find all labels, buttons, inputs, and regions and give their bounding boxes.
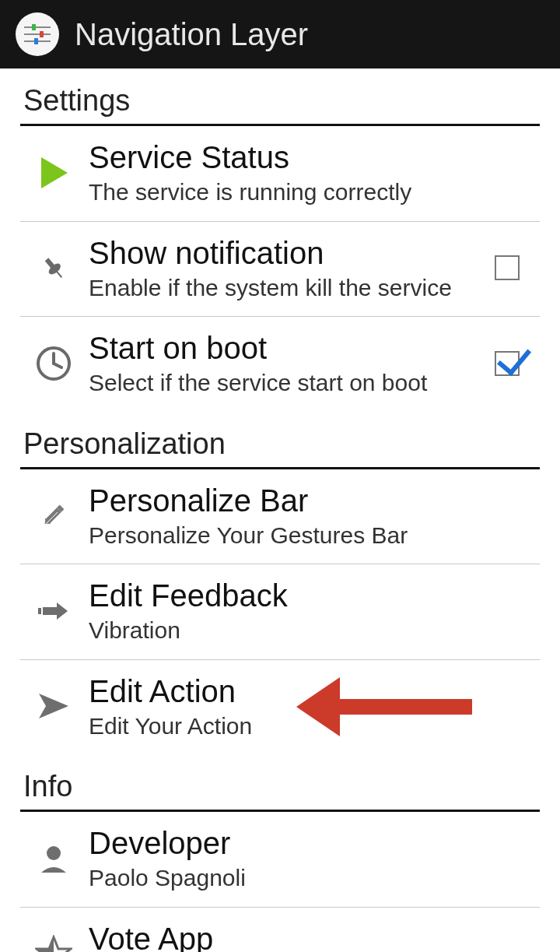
svg-point-21 [47,846,61,860]
item-title: Start on boot [89,329,495,367]
section-header-personalization: Personalization [20,412,540,469]
info-list: Developer Paolo Spagnoli Vote App Vote o… [20,812,540,952]
item-service-status[interactable]: Service Status The service is running co… [20,126,540,222]
item-personalize-bar[interactable]: Personalize Bar Personalize Your Gesture… [20,469,540,565]
svg-rect-5 [34,38,38,44]
checkbox-start-on-boot[interactable] [495,351,520,376]
item-subtitle: Paolo Spagnoli [89,863,540,893]
send-icon [33,685,75,727]
item-subtitle: Personalize Your Gestures Bar [89,521,540,550]
section-header-settings: Settings [20,69,540,126]
pin-icon [33,247,75,289]
svg-rect-4 [40,31,44,37]
svg-marker-6 [41,157,68,188]
item-vote-app[interactable]: Vote App Vote our App to Play Store [20,908,540,953]
item-subtitle: Edit Your Action [89,711,540,741]
item-title: Personalize Bar [89,482,540,519]
star-icon [33,933,75,952]
app-icon [16,12,59,56]
item-show-notification[interactable]: Show notification Enable if the system k… [20,222,540,318]
item-edit-action[interactable]: Edit Action Edit Your Action [20,660,540,755]
app-top-bar: Navigation Layer [0,0,560,69]
settings-list: Service Status The service is running co… [20,126,540,412]
item-developer[interactable]: Developer Paolo Spagnoli [20,812,540,908]
item-start-on-boot[interactable]: Start on boot Select if the service star… [20,317,540,412]
item-subtitle: Enable if the system kill the service [89,273,495,303]
item-edit-feedback[interactable]: Edit Feedback Vibration [20,564,540,660]
clock-icon [33,343,75,385]
arrow-right-icon [33,590,75,632]
section-header-info: Info [20,754,540,812]
personalization-list: Personalize Bar Personalize Your Gesture… [20,469,540,755]
svg-rect-19 [38,608,41,614]
item-title: Edit Feedback [89,577,540,614]
pencil-icon [33,494,75,536]
item-title: Service Status [89,139,540,176]
item-title: Developer [89,824,540,862]
svg-rect-9 [55,270,62,278]
app-title: Navigation Layer [75,17,308,52]
svg-marker-18 [43,602,68,620]
svg-rect-3 [32,24,36,30]
play-icon [33,152,75,194]
svg-line-12 [54,364,61,367]
checkbox-show-notification[interactable] [495,255,520,280]
person-icon [33,838,75,880]
svg-marker-23 [37,937,54,952]
item-subtitle: Vibration [89,616,540,645]
item-subtitle: The service is running correctly [89,177,540,207]
item-title: Edit Action [89,673,540,710]
item-title: Vote App [89,920,540,953]
item-subtitle: Select if the service start on boot [89,368,495,398]
item-title: Show notification [89,234,495,272]
svg-marker-20 [39,694,68,718]
